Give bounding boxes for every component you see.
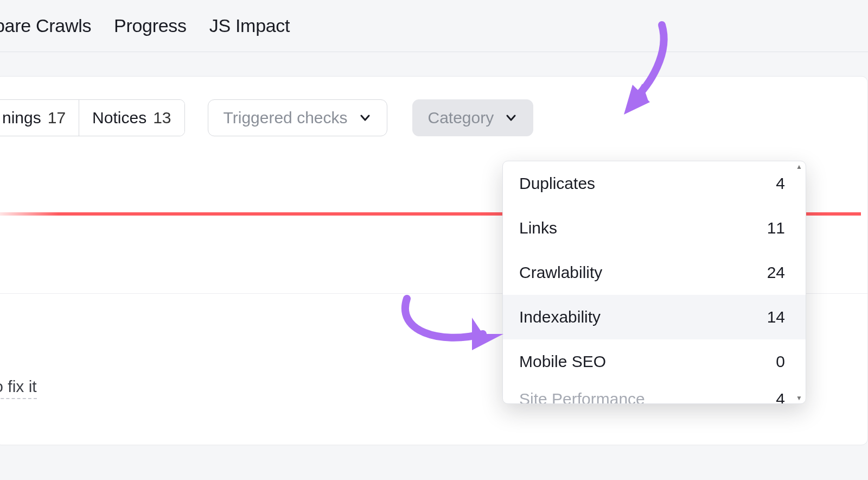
dropdown-item-count: 4 bbox=[776, 390, 785, 403]
filter-bar: nings 17 Notices 13 Triggered checks Cat… bbox=[0, 99, 867, 136]
dropdown-item-label: Links bbox=[519, 219, 557, 237]
category-dropdown: Duplicates 4 Links 11 Crawlability 24 In… bbox=[502, 161, 806, 404]
tab-progress[interactable]: Progress bbox=[114, 15, 187, 36]
severity-segmented: nings 17 Notices 13 bbox=[0, 99, 185, 136]
tab-compare-crawls[interactable]: pare Crawls bbox=[0, 15, 91, 36]
dropdown-item-count: 14 bbox=[767, 308, 785, 326]
dropdown-item-site-performance[interactable]: Site Performance 4 bbox=[503, 384, 806, 403]
select-label: Category bbox=[428, 109, 494, 127]
chevron-down-icon bbox=[505, 111, 518, 124]
dropdown-item-duplicates[interactable]: Duplicates 4 bbox=[503, 161, 806, 206]
top-tabs: pare Crawls Progress JS Impact bbox=[0, 0, 868, 52]
dropdown-item-count: 0 bbox=[776, 352, 785, 371]
segment-notices[interactable]: Notices 13 bbox=[79, 100, 184, 136]
dropdown-item-label: Indexability bbox=[519, 308, 601, 326]
segment-warnings[interactable]: nings 17 bbox=[0, 100, 79, 136]
dropdown-item-mobile-seo[interactable]: Mobile SEO 0 bbox=[503, 339, 806, 384]
dropdown-item-label: Site Performance bbox=[519, 390, 645, 403]
dropdown-item-count: 11 bbox=[767, 219, 785, 237]
triggered-checks-select[interactable]: Triggered checks bbox=[208, 99, 387, 136]
category-select[interactable]: Category bbox=[412, 99, 534, 136]
dropdown-scroll[interactable]: Duplicates 4 Links 11 Crawlability 24 In… bbox=[503, 161, 806, 403]
select-label: Triggered checks bbox=[224, 109, 348, 127]
tab-js-impact[interactable]: JS Impact bbox=[209, 15, 290, 36]
dropdown-item-label: Mobile SEO bbox=[519, 352, 606, 371]
dropdown-item-indexability[interactable]: Indexability 14 bbox=[503, 295, 806, 339]
segment-count: 13 bbox=[153, 109, 171, 127]
dropdown-item-count: 24 bbox=[767, 263, 785, 282]
dropdown-item-label: Crawlability bbox=[519, 263, 602, 282]
dropdown-item-count: 4 bbox=[776, 174, 785, 193]
dropdown-item-crawlability[interactable]: Crawlability 24 bbox=[503, 250, 806, 295]
dropdown-item-links[interactable]: Links 11 bbox=[503, 206, 806, 250]
chevron-down-icon bbox=[359, 111, 372, 124]
how-to-fix-link[interactable]: to fix it bbox=[0, 377, 37, 399]
segment-label: nings bbox=[2, 109, 41, 127]
segment-count: 17 bbox=[48, 109, 66, 127]
dropdown-item-label: Duplicates bbox=[519, 174, 595, 193]
segment-label: Notices bbox=[92, 109, 146, 127]
